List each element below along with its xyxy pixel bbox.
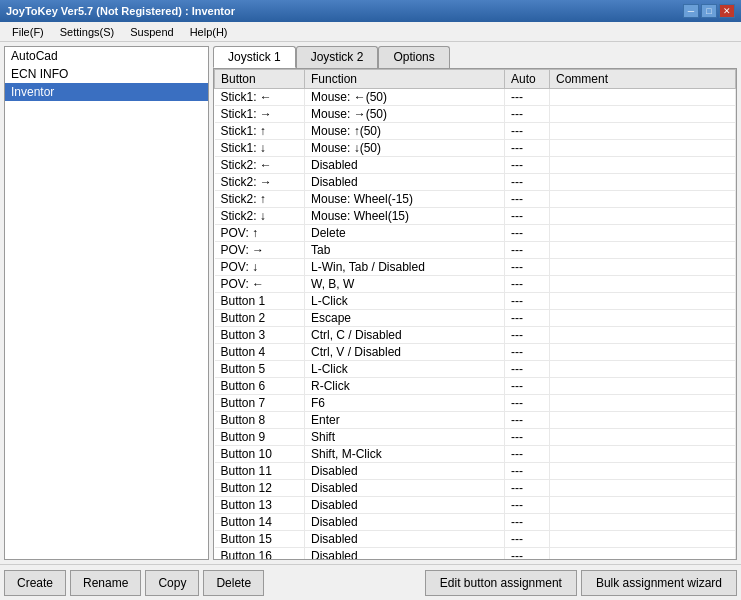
cell-auto: --- <box>505 310 550 327</box>
left-panel: AutoCadECN INFOInventor <box>4 46 209 560</box>
cell-function: Disabled <box>305 497 505 514</box>
table-row[interactable]: Stick1: ↓Mouse: ↓(50)--- <box>215 140 736 157</box>
maximize-button[interactable]: □ <box>701 4 717 18</box>
table-row[interactable]: Button 16Disabled--- <box>215 548 736 560</box>
left-panel-item-autocad[interactable]: AutoCad <box>5 47 208 65</box>
menu-item-helph[interactable]: Help(H) <box>182 22 236 41</box>
cell-comment <box>550 157 736 174</box>
cell-function: Disabled <box>305 157 505 174</box>
table-row[interactable]: Button 7F6--- <box>215 395 736 412</box>
cell-comment <box>550 259 736 276</box>
cell-auto: --- <box>505 480 550 497</box>
cell-auto: --- <box>505 531 550 548</box>
table-row[interactable]: Button 3Ctrl, C / Disabled--- <box>215 327 736 344</box>
cell-function: R-Click <box>305 378 505 395</box>
column-header-function: Function <box>305 70 505 89</box>
cell-auto: --- <box>505 344 550 361</box>
left-panel-item-ecn-info[interactable]: ECN INFO <box>5 65 208 83</box>
tab-options[interactable]: Options <box>378 46 449 68</box>
table-row[interactable]: Button 1L-Click--- <box>215 293 736 310</box>
cell-button: Button 8 <box>215 412 305 429</box>
close-button[interactable]: ✕ <box>719 4 735 18</box>
table-row[interactable]: Button 10Shift, M-Click--- <box>215 446 736 463</box>
cell-auto: --- <box>505 514 550 531</box>
table-row[interactable]: POV: ↑Delete--- <box>215 225 736 242</box>
minimize-button[interactable]: ─ <box>683 4 699 18</box>
cell-comment <box>550 191 736 208</box>
table-row[interactable]: Stick2: ←Disabled--- <box>215 157 736 174</box>
cell-auto: --- <box>505 293 550 310</box>
bulk-wizard-button[interactable]: Bulk assignment wizard <box>581 570 737 596</box>
table-row[interactable]: POV: ←W, B, W--- <box>215 276 736 293</box>
cell-function: Mouse: ↓(50) <box>305 140 505 157</box>
table-row[interactable]: POV: →Tab--- <box>215 242 736 259</box>
cell-comment <box>550 497 736 514</box>
cell-function: Mouse: ↑(50) <box>305 123 505 140</box>
table-row[interactable]: Button 6R-Click--- <box>215 378 736 395</box>
table-row[interactable]: Stick2: ↑Mouse: Wheel(-15)--- <box>215 191 736 208</box>
edit-assignment-button[interactable]: Edit button assignment <box>425 570 577 596</box>
tab-bar: Joystick 1Joystick 2Options <box>213 46 737 68</box>
menu-item-settingss[interactable]: Settings(S) <box>52 22 122 41</box>
cell-function: Shift <box>305 429 505 446</box>
cell-comment <box>550 327 736 344</box>
cell-auto: --- <box>505 548 550 560</box>
cell-auto: --- <box>505 225 550 242</box>
cell-button: Button 2 <box>215 310 305 327</box>
table-row[interactable]: Button 4Ctrl, V / Disabled--- <box>215 344 736 361</box>
table-row[interactable]: POV: ↓L-Win, Tab / Disabled--- <box>215 259 736 276</box>
cell-auto: --- <box>505 89 550 106</box>
table-row[interactable]: Button 14Disabled--- <box>215 514 736 531</box>
tab-joystick-2[interactable]: Joystick 2 <box>296 46 379 68</box>
table-row[interactable]: Stick2: ↓Mouse: Wheel(15)--- <box>215 208 736 225</box>
table-row[interactable]: Stick2: →Disabled--- <box>215 174 736 191</box>
table-row[interactable]: Stick1: →Mouse: →(50)--- <box>215 106 736 123</box>
delete-button[interactable]: Delete <box>203 570 264 596</box>
cell-button: POV: → <box>215 242 305 259</box>
cell-button: POV: ↓ <box>215 259 305 276</box>
cell-auto: --- <box>505 242 550 259</box>
cell-auto: --- <box>505 157 550 174</box>
cell-function: Mouse: Wheel(15) <box>305 208 505 225</box>
left-panel-item-inventor[interactable]: Inventor <box>5 83 208 101</box>
column-header-button: Button <box>215 70 305 89</box>
menu-item-filef[interactable]: File(F) <box>4 22 52 41</box>
table-row[interactable]: Button 11Disabled--- <box>215 463 736 480</box>
cell-auto: --- <box>505 140 550 157</box>
cell-button: Button 15 <box>215 531 305 548</box>
cell-button: Button 10 <box>215 446 305 463</box>
cell-function: Shift, M-Click <box>305 446 505 463</box>
cell-auto: --- <box>505 378 550 395</box>
cell-auto: --- <box>505 208 550 225</box>
rename-button[interactable]: Rename <box>70 570 141 596</box>
cell-comment <box>550 123 736 140</box>
create-button[interactable]: Create <box>4 570 66 596</box>
cell-function: Disabled <box>305 548 505 560</box>
menu-item-suspend[interactable]: Suspend <box>122 22 181 41</box>
title-text: JoyToKey Ver5.7 (Not Registered) : Inven… <box>6 5 235 17</box>
cell-auto: --- <box>505 361 550 378</box>
tab-joystick-1[interactable]: Joystick 1 <box>213 46 296 68</box>
cell-comment <box>550 106 736 123</box>
table-row[interactable]: Button 2Escape--- <box>215 310 736 327</box>
cell-comment <box>550 548 736 560</box>
table-row[interactable]: Stick1: ↑Mouse: ↑(50)--- <box>215 123 736 140</box>
table-row[interactable]: Button 12Disabled--- <box>215 480 736 497</box>
cell-comment <box>550 514 736 531</box>
copy-button[interactable]: Copy <box>145 570 199 596</box>
cell-comment <box>550 412 736 429</box>
table-body: Stick1: ←Mouse: ←(50)---Stick1: →Mouse: … <box>215 89 736 560</box>
cell-comment <box>550 395 736 412</box>
table-row[interactable]: Button 13Disabled--- <box>215 497 736 514</box>
table-row[interactable]: Stick1: ←Mouse: ←(50)--- <box>215 89 736 106</box>
cell-comment <box>550 89 736 106</box>
cell-button: Button 11 <box>215 463 305 480</box>
table-scroll[interactable]: ButtonFunctionAutoComment Stick1: ←Mouse… <box>214 69 736 559</box>
cell-button: Button 4 <box>215 344 305 361</box>
table-row[interactable]: Button 8Enter--- <box>215 412 736 429</box>
table-row[interactable]: Button 15Disabled--- <box>215 531 736 548</box>
table-row[interactable]: Button 9Shift--- <box>215 429 736 446</box>
table-row[interactable]: Button 5L-Click--- <box>215 361 736 378</box>
right-buttons: Edit button assignment Bulk assignment w… <box>425 570 737 596</box>
cell-comment <box>550 140 736 157</box>
